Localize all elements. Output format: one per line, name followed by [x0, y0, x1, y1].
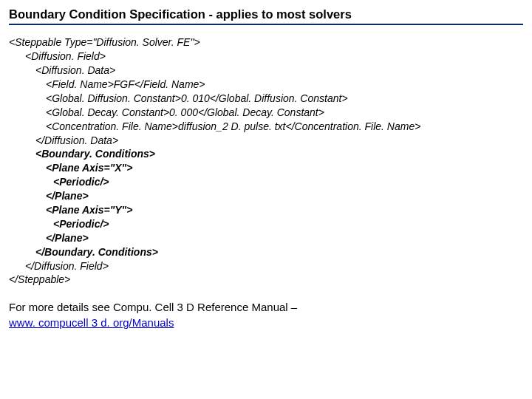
code-line: </Diffusion. Data> [9, 134, 523, 148]
code-line: <Boundary. Conditions> [9, 147, 523, 161]
footer: For more details see Compu. Cell 3 D Ref… [9, 300, 523, 330]
code-line: <Global. Diffusion. Constant>0. 010</Glo… [9, 92, 523, 106]
code-line: <Concentration. File. Name>diffusion_2 D… [9, 120, 523, 134]
code-line: </Diffusion. Field> [9, 259, 523, 273]
code-line: <Plane Axis="X"> [9, 161, 523, 175]
code-line: <Periodic/> [9, 175, 523, 189]
code-line: </Plane> [9, 189, 523, 203]
code-line: <Plane Axis="Y"> [9, 203, 523, 217]
footer-text: For more details see Compu. Cell 3 D Ref… [9, 301, 297, 313]
code-line: </Steppable> [9, 273, 523, 287]
code-line: <Diffusion. Field> [9, 50, 523, 64]
code-line: <Global. Decay. Constant>0. 000</Global.… [9, 106, 523, 120]
code-line: <Field. Name>FGF</Field. Name> [9, 78, 523, 92]
code-line: <Steppable Type="Diffusion. Solver. FE"> [9, 35, 523, 50]
code-line: <Periodic/> [9, 217, 523, 231]
page-title: Boundary Condition Specification - appli… [9, 6, 523, 25]
manuals-link[interactable]: www. compucell 3 d. org/Manuals [9, 316, 174, 329]
code-line: </Plane> [9, 231, 523, 245]
code-line: </Boundary. Conditions> [9, 245, 523, 259]
code-line: <Diffusion. Data> [9, 64, 523, 78]
xml-code-block: <Steppable Type="Diffusion. Solver. FE">… [9, 35, 523, 287]
